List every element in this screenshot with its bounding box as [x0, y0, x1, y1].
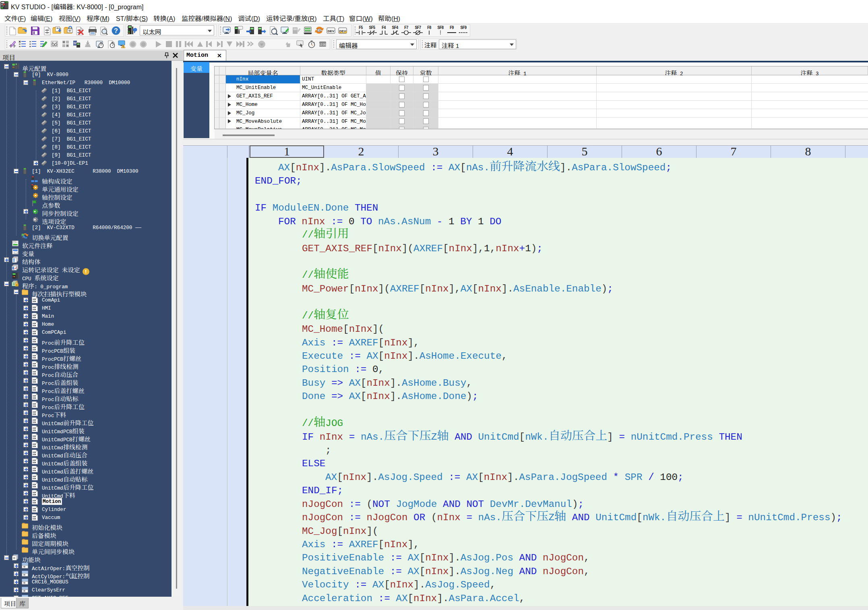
svg-text:DEV: DEV — [328, 29, 335, 33]
svg-text:M: M — [74, 41, 77, 45]
svg-text:?: ? — [114, 27, 118, 34]
svg-text:12:00: 12:00 — [319, 43, 327, 46]
